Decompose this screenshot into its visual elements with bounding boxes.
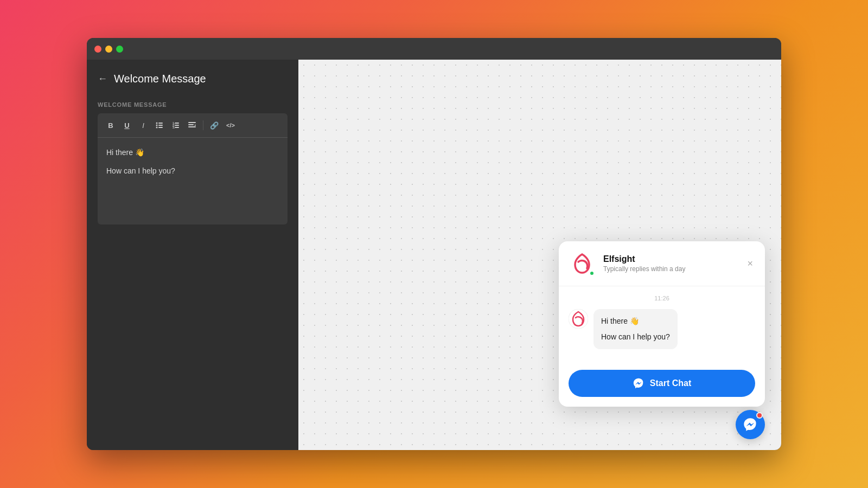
toolbar-code-button[interactable]: </> (223, 118, 238, 133)
editor-line1: Hi there 👋 (106, 146, 279, 158)
chat-agent-name: Elfsight (603, 254, 737, 264)
svg-point-4 (156, 127, 158, 129)
toolbar-ordered-list-button[interactable]: 1.2.3. (168, 118, 183, 133)
message-line1: Hi there 👋 (601, 316, 670, 327)
chat-float-button[interactable] (736, 410, 765, 439)
back-header: ← Welcome Message (98, 73, 288, 85)
svg-rect-11 (175, 127, 179, 128)
section-label: WELCOME MESSAGE (98, 101, 288, 108)
float-button-notification-dot (756, 412, 763, 419)
app-window: ← Welcome Message WELCOME MESSAGE B U I … (87, 38, 781, 450)
svg-rect-14 (188, 126, 196, 127)
toolbar-link-button[interactable]: 🔗 (207, 118, 222, 133)
svg-rect-13 (188, 124, 194, 125)
close-button[interactable] (94, 46, 101, 53)
maximize-button[interactable] (116, 46, 123, 53)
toolbar-divider (203, 120, 203, 130)
message-avatar-icon (569, 309, 588, 329)
minimize-button[interactable] (105, 46, 112, 53)
toolbar-italic-button[interactable]: I (136, 118, 151, 133)
chat-agent-status: Typically replies within a day (603, 265, 737, 273)
start-chat-label: Start Chat (650, 378, 691, 388)
chat-avatar (569, 250, 596, 277)
toolbar-bold-button[interactable]: B (103, 118, 118, 133)
svg-point-0 (156, 123, 158, 124)
left-panel: ← Welcome Message WELCOME MESSAGE B U I … (87, 60, 298, 450)
chat-body: 11:26 Hi there 👋 How can I help you? (559, 286, 765, 362)
right-panel: Elfsight Typically replies within a day … (298, 60, 781, 450)
svg-rect-7 (175, 123, 179, 124)
main-area: ← Welcome Message WELCOME MESSAGE B U I … (87, 60, 781, 450)
editor-container: B U I 1.2.3. 🔗 </> (98, 113, 288, 224)
toolbar-unordered-list-button[interactable] (152, 118, 167, 133)
page-title: Welcome Message (114, 73, 206, 85)
svg-rect-3 (158, 125, 163, 126)
chat-widget: Elfsight Typically replies within a day … (559, 241, 765, 407)
chat-timestamp: 11:26 (569, 295, 755, 301)
editor-line2: How can I help you? (106, 165, 279, 177)
chat-header: Elfsight Typically replies within a day … (559, 241, 765, 286)
svg-rect-1 (158, 123, 163, 124)
start-chat-button[interactable]: Start Chat (569, 370, 755, 397)
editor-content[interactable]: Hi there 👋 How can I help you? (98, 138, 288, 224)
messenger-float-icon (743, 417, 758, 432)
editor-toolbar: B U I 1.2.3. 🔗 </> (98, 113, 288, 138)
chat-message-row: Hi there 👋 How can I help you? (569, 309, 755, 349)
svg-rect-12 (188, 122, 196, 123)
titlebar (87, 38, 781, 60)
svg-rect-9 (175, 125, 179, 126)
toolbar-underline-button[interactable]: U (119, 118, 135, 133)
message-bubble: Hi there 👋 How can I help you? (593, 309, 678, 349)
svg-marker-15 (195, 124, 196, 126)
traffic-lights (94, 46, 123, 53)
message-line2: How can I help you? (601, 331, 670, 343)
chat-info: Elfsight Typically replies within a day (603, 254, 737, 273)
svg-point-2 (156, 125, 158, 126)
toolbar-align-button[interactable] (184, 118, 200, 133)
chat-footer: Start Chat (559, 362, 765, 407)
online-indicator (589, 271, 595, 276)
chat-close-button[interactable]: × (745, 256, 755, 271)
messenger-icon (633, 377, 644, 389)
back-button[interactable]: ← (98, 73, 107, 85)
svg-rect-5 (158, 127, 163, 128)
